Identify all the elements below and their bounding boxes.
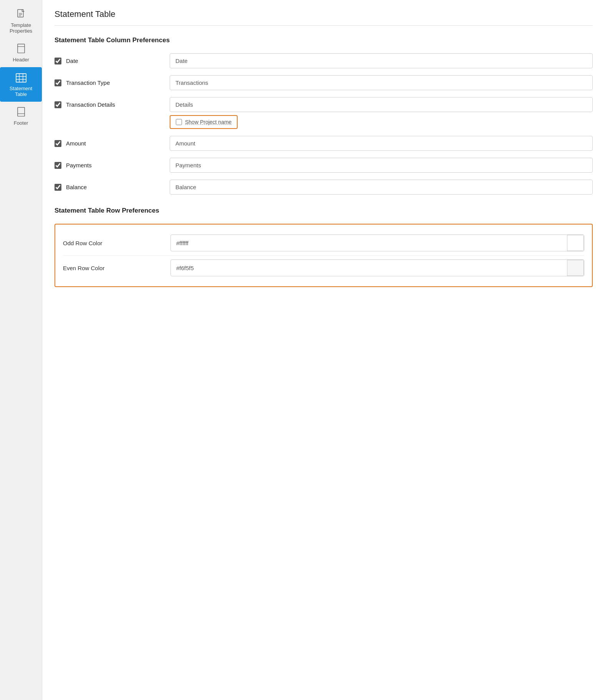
- date-row: Date: [55, 53, 593, 68]
- date-checkbox[interactable]: [55, 58, 61, 64]
- sidebar-item-label: Statement Table: [3, 86, 39, 97]
- transaction-type-label: Transaction Type: [66, 79, 110, 86]
- payments-checkbox[interactable]: [55, 162, 61, 169]
- date-input[interactable]: [170, 53, 593, 68]
- even-row-color-label: Even Row Color: [63, 265, 170, 271]
- date-checkbox-wrap: Date: [55, 58, 170, 64]
- odd-row-color-label: Odd Row Color: [63, 240, 170, 246]
- header-icon: [15, 43, 27, 55]
- date-label: Date: [66, 58, 78, 64]
- even-row-color-row: Even Row Color: [63, 255, 584, 280]
- odd-row-color-input[interactable]: [171, 236, 567, 250]
- transaction-type-checkbox[interactable]: [55, 79, 61, 86]
- sidebar-item-footer[interactable]: Footer: [0, 102, 42, 130]
- show-project-name-label: Show Project name: [185, 119, 231, 125]
- svg-rect-6: [16, 74, 26, 82]
- amount-label: Amount: [66, 140, 86, 147]
- balance-row: Balance: [55, 180, 593, 195]
- transaction-details-input[interactable]: [170, 97, 593, 112]
- show-project-name-checkbox[interactable]: [176, 119, 182, 125]
- page-title: Statement Table: [55, 9, 593, 19]
- payments-label: Payments: [66, 162, 92, 168]
- table-icon: [15, 72, 27, 84]
- svg-rect-11: [17, 107, 24, 116]
- odd-row-color-swatch[interactable]: [567, 235, 584, 251]
- odd-row-color-row: Odd Row Color: [63, 231, 584, 255]
- row-preferences-box: Odd Row Color Even Row Color: [55, 224, 593, 287]
- balance-input[interactable]: [170, 180, 593, 195]
- sidebar-item-template-properties[interactable]: Template Properties: [0, 4, 42, 38]
- transaction-details-label: Transaction Details: [66, 101, 115, 108]
- payments-checkbox-wrap: Payments: [55, 162, 170, 169]
- balance-checkbox[interactable]: [55, 184, 61, 191]
- show-project-name-box[interactable]: Show Project name: [170, 115, 238, 129]
- show-project-name-container: Show Project name: [170, 115, 593, 129]
- transaction-type-input[interactable]: [170, 75, 593, 90]
- amount-input[interactable]: [170, 136, 593, 151]
- sidebar-item-label: Template Properties: [3, 22, 39, 34]
- document-icon: [15, 8, 27, 21]
- row-preferences-section: Statement Table Row Preferences Odd Row …: [55, 207, 593, 287]
- even-row-color-input-wrap: [170, 259, 584, 276]
- transaction-details-checkbox[interactable]: [55, 101, 61, 108]
- sidebar-item-label: Header: [13, 57, 29, 63]
- sidebar-item-label: Footer: [14, 120, 28, 126]
- footer-icon: [15, 106, 27, 119]
- balance-label: Balance: [66, 184, 87, 190]
- even-row-color-swatch[interactable]: [567, 260, 584, 276]
- odd-row-color-input-wrap: [170, 234, 584, 251]
- title-divider: [55, 25, 593, 26]
- sidebar: Template Properties Header Statement Tab…: [0, 0, 42, 700]
- transaction-type-checkbox-wrap: Transaction Type: [55, 79, 170, 86]
- sidebar-item-header[interactable]: Header: [0, 38, 42, 67]
- payments-row: Payments: [55, 158, 593, 173]
- main-content: Statement Table Statement Table Column P…: [42, 0, 605, 700]
- even-row-color-input[interactable]: [171, 261, 567, 275]
- transaction-details-checkbox-wrap: Transaction Details: [55, 101, 170, 108]
- payments-input[interactable]: [170, 158, 593, 173]
- column-section-title: Statement Table Column Preferences: [55, 36, 593, 44]
- svg-rect-4: [17, 44, 24, 53]
- amount-checkbox[interactable]: [55, 140, 61, 147]
- transaction-details-row: Transaction Details: [55, 97, 593, 112]
- sidebar-item-statement-table[interactable]: Statement Table: [0, 67, 42, 102]
- balance-checkbox-wrap: Balance: [55, 184, 170, 191]
- transaction-type-row: Transaction Type: [55, 75, 593, 90]
- row-section-title: Statement Table Row Preferences: [55, 207, 593, 215]
- amount-row: Amount: [55, 136, 593, 151]
- amount-checkbox-wrap: Amount: [55, 140, 170, 147]
